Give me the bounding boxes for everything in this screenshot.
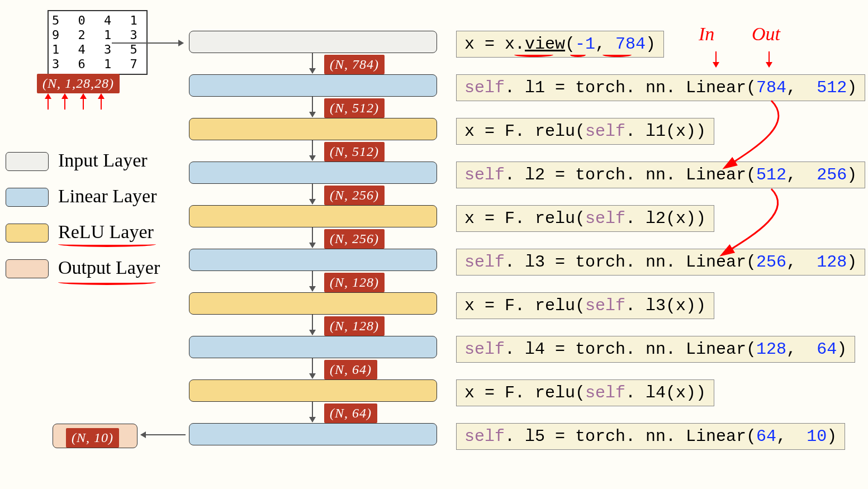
arrow-down-icon xyxy=(312,227,313,248)
shape-badge: (N, 512) xyxy=(324,98,385,118)
shape-badge: (N, 512) xyxy=(324,142,385,162)
legend-label: Linear Layer xyxy=(58,186,157,207)
layer-relu-3 xyxy=(189,292,437,315)
code-relu3: x = F. relu(self. l3(x)) xyxy=(456,292,714,319)
shape-badge: (N, 784) xyxy=(324,55,385,74)
shape-badge: (N, 128) xyxy=(324,316,385,336)
code-l5: self. l5 = torch. nn. Linear(64, 10) xyxy=(456,423,845,450)
legend-swatch-linear xyxy=(6,188,49,207)
legend-swatch-relu xyxy=(6,224,49,243)
arrow-down-icon xyxy=(312,271,313,291)
hand-arrow-up-icon xyxy=(101,94,102,110)
shape-badge: (N, 64) xyxy=(324,360,377,379)
code-l1: self. l1 = torch. nn. Linear(784, 512) xyxy=(456,74,865,101)
code-view: x = x.view(-1, 784) xyxy=(456,31,664,58)
output-shape-badge: (N, 10) xyxy=(66,428,119,448)
hand-arrow-down-icon xyxy=(715,51,717,67)
layer-relu-4 xyxy=(189,379,437,402)
code-l2: self. l2 = torch. nn. Linear(512, 256) xyxy=(456,162,865,188)
layer-linear-4 xyxy=(189,336,437,358)
mnist-row: 5 0 4 1 xyxy=(52,13,143,28)
layer-relu-2 xyxy=(189,205,437,227)
code-l3: self. l3 = torch. nn. Linear(256, 128) xyxy=(456,249,865,276)
hand-underline-icon xyxy=(514,53,553,57)
arrow-down-icon xyxy=(312,53,313,73)
layer-linear-5 xyxy=(189,423,437,445)
arrow-down-icon xyxy=(312,97,313,117)
arrow-down-icon xyxy=(312,358,313,378)
legend-swatch-input xyxy=(6,152,49,171)
layer-linear-3 xyxy=(189,249,437,271)
mnist-row: 3 6 1 7 xyxy=(52,57,143,72)
diagram-canvas: 5 0 4 1 9 2 1 3 1 4 3 5 3 6 1 7 (N, 1,28… xyxy=(0,0,868,489)
arrow-down-icon xyxy=(312,315,313,335)
arrow-down-icon xyxy=(312,402,313,422)
shape-badge: (N, 256) xyxy=(324,229,385,249)
layer-linear-1 xyxy=(189,74,437,97)
hand-arrow-up-icon xyxy=(83,94,84,110)
legend-label: Output Layer xyxy=(58,257,160,278)
layer-input xyxy=(189,31,437,53)
hand-label-out: Out xyxy=(752,23,780,45)
code-relu1: x = F. relu(self. l1(x)) xyxy=(456,118,714,145)
code-relu4: x = F. relu(self. l4(x)) xyxy=(456,379,714,406)
hand-arrow-up-icon xyxy=(64,94,65,110)
hand-label-in: In xyxy=(699,23,714,45)
legend-label: Input Layer xyxy=(58,150,148,171)
shape-badge: (N, 64) xyxy=(324,403,377,423)
hand-underline-icon xyxy=(58,279,156,285)
arrow-right-icon xyxy=(112,42,183,44)
arrow-down-icon xyxy=(312,140,313,160)
arrow-down-icon xyxy=(312,184,313,204)
hand-arrow-down-icon xyxy=(769,51,770,67)
legend-swatch-output xyxy=(6,259,49,278)
code-l4: self. l4 = torch. nn. Linear(128, 64) xyxy=(456,336,855,363)
input-shape-badge: (N, 1,28,28) xyxy=(37,74,120,93)
hand-underline-icon xyxy=(570,53,586,57)
legend-label: ReLU Layer xyxy=(58,221,154,243)
hand-underline-icon xyxy=(603,53,632,57)
layer-relu-1 xyxy=(189,118,437,140)
mnist-row: 9 2 1 3 xyxy=(52,28,143,42)
hand-underline-icon xyxy=(58,241,156,247)
layer-linear-2 xyxy=(189,162,437,184)
arrow-left-icon xyxy=(141,434,186,435)
code-relu2: x = F. relu(self. l2(x)) xyxy=(456,205,714,232)
shape-badge: (N, 256) xyxy=(324,186,385,205)
mnist-row: 1 4 3 5 xyxy=(52,42,143,57)
hand-arrow-up-icon xyxy=(48,94,49,110)
shape-badge: (N, 128) xyxy=(324,273,385,292)
